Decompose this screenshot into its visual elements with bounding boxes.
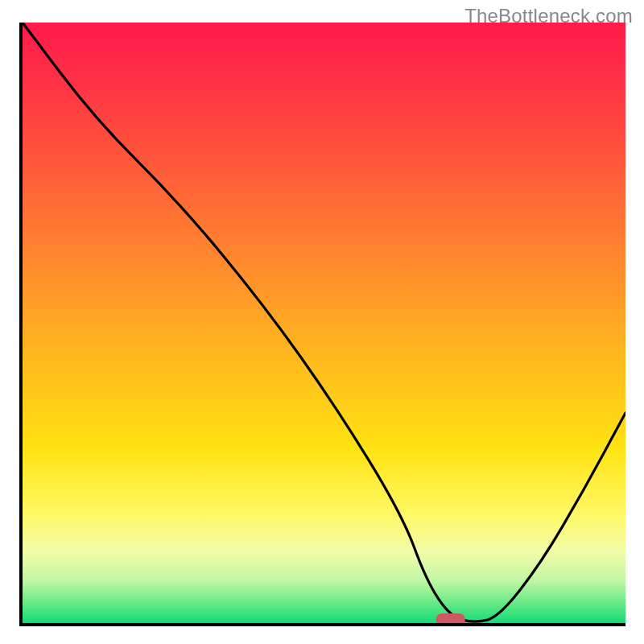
chart-frame: TheBottleneck.com <box>0 0 644 644</box>
optimum-marker <box>436 613 465 623</box>
bottleneck-curve <box>23 23 625 621</box>
plot-area <box>19 23 625 626</box>
curve-svg <box>23 23 625 623</box>
